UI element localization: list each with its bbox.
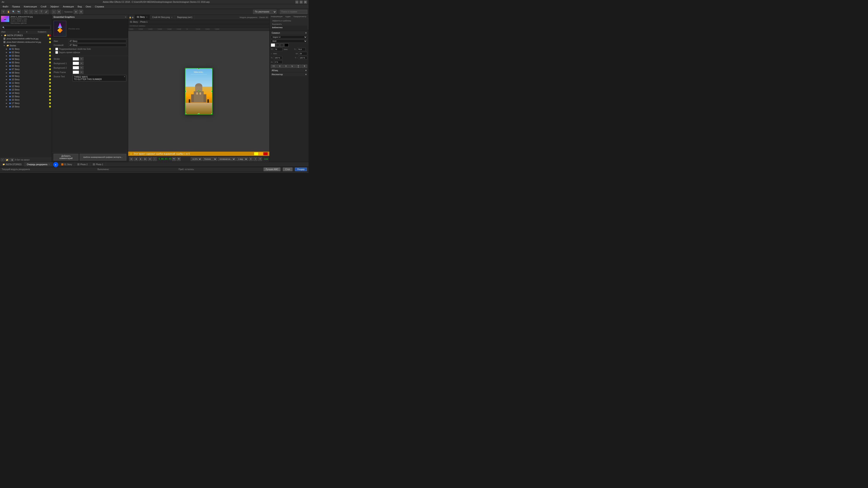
btn-strikethrough[interactable]: T̶ [302,65,307,68]
ctrl-snapshot[interactable]: 📷 [172,157,176,161]
project-item-06story[interactable]: ▣ 06 Story [0,64,52,68]
btn-super[interactable]: T [283,65,289,68]
add-comment-btn[interactable]: Добавить комментарий [54,154,79,161]
handle-top-right[interactable] [211,68,213,69]
btab-insta-stories[interactable]: 📁 INSTA STORIES [0,162,24,167]
comp-tab-layer44[interactable]: Слой 44 Story.png ✕ [150,15,175,20]
comp-tab-videograf[interactable]: Видеорад (нет) [175,15,194,20]
comp-tab-01story[interactable]: 01 Story ✕ [135,15,150,20]
bg2-edit-btn[interactable]: ✏ [80,66,84,69]
handle-bot-left[interactable] [185,113,186,115]
tool-hand[interactable]: ✋ [6,10,10,14]
tab-close[interactable]: ✕ [146,16,148,18]
menu-effect[interactable]: Эффект [49,5,61,8]
secondary-color-swatch[interactable] [284,43,289,47]
photoframe-color[interactable] [73,70,79,74]
project-item-08story[interactable]: ▣ 08 Story [0,71,52,74]
btab-close[interactable]: ✕ [48,163,50,165]
btab-01story[interactable]: 01 Story [59,162,75,167]
project-item-16story[interactable]: ▣ 16 Story [0,98,52,101]
menu-view[interactable]: Вид [76,5,84,8]
horiz-scale-input[interactable] [299,56,307,60]
menu-help[interactable]: Справка [93,5,106,8]
tool-puppet[interactable]: ★ [57,10,61,14]
solo-checkbox[interactable] [55,48,58,51]
ctrl-audio[interactable]: ♫ [153,157,157,161]
project-item-14story[interactable]: ▣ 14 Story [0,91,52,95]
project-item-01story[interactable]: ▣ 01 Story [0,47,52,51]
tool-zoom[interactable]: 🔍 [11,10,16,14]
tab-close[interactable]: ✕ [171,16,173,19]
btab-photo1[interactable]: Photo 1 [90,162,106,167]
handle-center[interactable] [198,90,200,92]
project-item-05story[interactable]: ▣ 05 Story [0,61,52,64]
project-item-12story[interactable]: ▣ 12 Story [0,85,52,88]
tool-text[interactable]: T [39,10,43,14]
menu-file[interactable]: Файл [1,5,10,8]
name-input[interactable] [68,40,126,43]
ctrl-play-end[interactable]: ⏭ [148,157,152,161]
amc-btn[interactable]: Лучшая AMC [264,167,280,171]
btn-all-caps[interactable]: TT [271,65,277,68]
project-item-15story[interactable]: ▣ 15 Story [0,95,52,98]
btn-small-caps[interactable]: T [277,65,283,68]
view-select[interactable]: 1 вид 2 вида 4 вида [237,157,248,161]
font-style-select[interactable]: Bold Regular Italic [271,39,307,43]
menu-layer[interactable]: Слой [39,5,48,8]
breadcrumb-current[interactable]: Photo 1 [140,21,148,23]
story-selection-container[interactable]: TRAVEL [185,68,213,115]
ctrl-play-start[interactable]: ⏮ [129,157,133,161]
font-size-input[interactable] [274,48,282,51]
project-item-11story[interactable]: ▣ 11 Story [0,81,52,85]
stroke-color-swatch[interactable] [276,43,279,47]
project-item-09story[interactable]: ▣ 09 Story [0,74,52,78]
menu-composition[interactable]: Композиция [22,5,38,8]
tool-paint[interactable]: 🖌 [44,10,49,14]
comp-viewport[interactable]: TRAVEL [128,31,269,152]
workspace-dropdown[interactable]: По умолчанию Стандартный Маленький экран… [253,10,277,14]
project-item-10story[interactable]: ▣ 10 Story [0,78,52,81]
project-item-stories[interactable]: 📁 Stories [0,44,52,47]
bg1-edit-btn[interactable]: ✏ [80,62,84,65]
poster-checkbox[interactable] [55,51,58,54]
ctrl-grid[interactable]: ⊞ [249,157,253,161]
primary-input[interactable] [68,44,126,47]
tab-preview[interactable]: Предпросмотр [292,15,308,18]
ctrl-show-snap[interactable]: 🖼 [177,157,181,161]
minimize-button[interactable]: ─ [296,1,299,4]
tool-mask[interactable]: □ [29,10,33,14]
btn-sub[interactable]: Tr [289,65,295,68]
project-item-04story[interactable]: ▣ 04 Story [0,57,52,61]
text-color-swatch[interactable] [271,43,275,47]
export-template-btn[interactable]: Шаблон анимированной графики экспорта... [80,154,126,161]
tool-camera[interactable]: 📷 [17,10,21,14]
timecode-display[interactable]: 0;00;03;05 [157,157,171,161]
menu-animation[interactable]: Анимация [61,5,76,8]
zoom-select[interactable]: 12,5% 25% 50% 100% [191,157,202,161]
project-item-photo2[interactable]: 🖼 photo-f56871f906901-6636ce204740.jpg [0,40,52,44]
bg-color-swatch[interactable] [280,43,283,47]
quality-select[interactable]: Полное Половина Треть [203,157,217,161]
ctrl-info[interactable]: ℹ [253,157,257,161]
vert-scale-input[interactable] [274,56,282,60]
project-item-photo1[interactable]: 🖼 photo-f56862586f095-e9ffbf7bc26.jpg [0,37,52,40]
ctrl-settings[interactable]: ⚙ [258,157,262,161]
bg2-color[interactable] [73,66,79,69]
btn-underline[interactable]: T̲ [296,65,301,68]
baseline-input[interactable] [274,60,282,64]
tracking-input[interactable] [299,52,307,55]
close-button[interactable]: ✕ [304,1,307,4]
tab-effects[interactable]: Эффекты и шаблоны [271,19,307,23]
tool-snap[interactable]: ⊕ [74,10,78,14]
source-close[interactable]: ✕ [124,76,125,78]
tool-pen[interactable]: ✏ [34,10,38,14]
btab-photo2[interactable]: Photo 2 [75,162,90,167]
tool-select[interactable]: V [1,10,5,14]
delete-btn[interactable]: 🗑 [10,158,14,161]
tab-align[interactable]: Выровнять [271,23,307,26]
menu-window[interactable]: Окно [84,5,93,8]
eg-menu-btn[interactable]: ≡ [125,16,126,18]
comp-mini-btn[interactable]: ▣ [132,16,134,19]
tab-library[interactable]: Библиотека [271,26,307,29]
sourcetext-value[interactable]: THREE WAYS TO GLITTER THIS SUMMER ✕ [73,75,126,82]
